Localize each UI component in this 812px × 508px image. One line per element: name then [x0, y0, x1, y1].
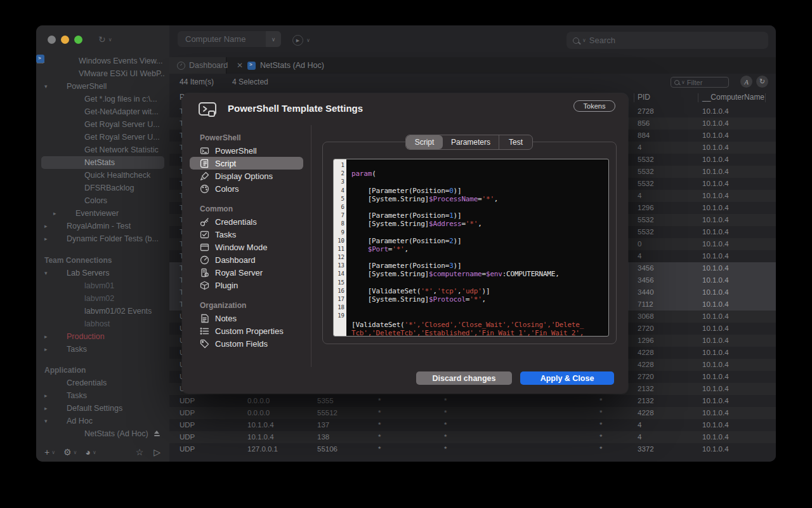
- nav-item-label: Custom Properties: [215, 326, 284, 336]
- tree-item-icon: [71, 429, 80, 438]
- tab-dashboard[interactable]: Dashboard: [169, 57, 226, 74]
- nav-item-notes[interactable]: Notes: [190, 312, 303, 324]
- column-divider: [634, 93, 634, 102]
- tab-parameters[interactable]: Parameters: [443, 135, 499, 149]
- cell-computername: 10.1.0.4: [702, 144, 729, 151]
- tree-item[interactable]: Credentials: [41, 377, 164, 389]
- nav-item-dashboard[interactable]: Dashboard: [190, 253, 303, 266]
- play-circle-icon[interactable]: ▶: [292, 35, 303, 46]
- tree-item[interactable]: Ad Hoc: [41, 415, 164, 427]
- server-icon: [200, 268, 209, 277]
- add-button[interactable]: +∨: [44, 447, 55, 457]
- column-header-pid[interactable]: PID: [638, 93, 650, 102]
- discard-changes-button[interactable]: Discard changes: [416, 371, 512, 385]
- tree-item[interactable]: Quick Healthcheck: [41, 169, 164, 182]
- tab-script[interactable]: Script: [406, 135, 443, 149]
- favorites-star-icon[interactable]: ☆: [136, 447, 144, 457]
- connect-play-icon[interactable]: ▷: [154, 447, 160, 457]
- expand-chevron-icon[interactable]: [44, 236, 53, 242]
- tree-item[interactable]: Get Royal Server U...: [41, 131, 164, 144]
- table-row[interactable]: UDP 10.1.0.4 137 * * * 4 10.1.0.4: [169, 419, 776, 431]
- apply-close-button[interactable]: Apply & Close: [520, 371, 614, 385]
- tree-item[interactable]: Get Network Statistic: [41, 144, 164, 156]
- table-row[interactable]: UDP 10.1.0.4 138 * * * 4 10.1.0.4: [169, 431, 776, 443]
- tree-item[interactable]: VMware ESXi UI WebP...: [41, 67, 164, 80]
- expand-chevron-icon[interactable]: [44, 346, 53, 352]
- filter-field[interactable]: ∨ Filter: [671, 77, 729, 88]
- nav-item-credentials[interactable]: Credentials: [190, 215, 303, 228]
- nav-item-window-mode[interactable]: Window Mode: [190, 241, 303, 253]
- minimize-window-button[interactable]: [61, 36, 69, 44]
- nav-item-royal-server[interactable]: Royal Server: [190, 266, 303, 279]
- computer-name-combo[interactable]: Computer Name ∨: [178, 31, 281, 47]
- expand-chevron-icon[interactable]: [44, 223, 53, 229]
- tree-item[interactable]: Get-NetAdapter wit...: [41, 105, 164, 118]
- tree-item[interactable]: Colors: [41, 194, 164, 207]
- tree-item[interactable]: Dynamic Folder Tests (b...: [41, 232, 164, 245]
- tree-item[interactable]: labhost: [41, 318, 164, 330]
- nav-item-tasks[interactable]: Tasks: [190, 228, 303, 241]
- refresh-button[interactable]: ↻: [756, 76, 768, 88]
- eject-icon[interactable]: [154, 431, 160, 437]
- tree-item[interactable]: Tasks: [41, 343, 164, 356]
- tree-item[interactable]: labvm01: [41, 279, 164, 292]
- table-row[interactable]: UDP 127.0.0.1 55106 * * * 3372 10.1.0.4: [169, 443, 776, 455]
- code-area[interactable]: param( [Parameter(Position=0)] [System.S…: [346, 159, 608, 336]
- tree-item[interactable]: NetStats (Ad Hoc): [41, 427, 164, 440]
- auto-size-columns-button[interactable]: A: [740, 76, 752, 88]
- tree-item[interactable]: Default Settings: [41, 402, 164, 415]
- tree-item[interactable]: Windows Events View...: [41, 55, 164, 67]
- cell-remote-address: *: [378, 433, 381, 441]
- tree-item[interactable]: labvm02: [41, 292, 164, 305]
- nav-item-powershell[interactable]: PowerShell: [190, 144, 303, 157]
- tab-test[interactable]: Test: [499, 135, 532, 149]
- cell-remote-address: *: [378, 445, 381, 453]
- tokens-button[interactable]: Tokens: [573, 100, 615, 112]
- expand-chevron-icon[interactable]: [53, 210, 62, 217]
- brush-icon: [200, 171, 209, 181]
- expand-chevron-icon[interactable]: [44, 392, 53, 399]
- tree-item[interactable]: RoyalAdmin - Test: [41, 220, 164, 232]
- tree-item-label: Windows Events View...: [79, 57, 162, 65]
- settings-button[interactable]: ⚙∨: [63, 447, 77, 457]
- nav-item-script[interactable]: Script: [190, 157, 303, 170]
- tree-item[interactable]: Production: [41, 330, 164, 343]
- chevron-down-icon: ∨: [306, 37, 310, 43]
- expand-chevron-icon[interactable]: [44, 83, 53, 90]
- nav-item-colors[interactable]: Colors: [190, 182, 303, 195]
- tab-netstats-adhoc[interactable]: ✕ NetStats (Ad Hoc): [226, 61, 324, 70]
- tree-item[interactable]: NetStats: [41, 156, 164, 169]
- close-window-button[interactable]: [48, 36, 56, 44]
- tree-item[interactable]: Lab Servers: [41, 267, 164, 279]
- close-tab-icon[interactable]: ✕: [237, 61, 243, 70]
- sync-control[interactable]: ↻ ∨: [98, 34, 112, 44]
- run-control[interactable]: ▶ ∨: [292, 35, 310, 46]
- combo-dropdown-button[interactable]: ∨: [266, 31, 281, 47]
- cell-protocol: UDP: [180, 409, 195, 417]
- zoom-window-button[interactable]: [74, 36, 82, 44]
- tree-item[interactable]: DFSRBacklog: [41, 182, 164, 194]
- nav-item-custom-properties[interactable]: Custom Properties: [190, 324, 303, 337]
- connections-button[interactable]: ◕∨: [85, 447, 96, 457]
- column-header-computername[interactable]: __ComputerName: [702, 93, 764, 102]
- cell-computername: 10.1.0.4: [702, 361, 729, 368]
- search-field[interactable]: ∨ Search: [566, 32, 768, 49]
- tree-item[interactable]: Eventviewer: [41, 207, 164, 220]
- nav-item-plugin[interactable]: Plugin: [190, 279, 303, 291]
- tree-item-icon: [71, 294, 80, 303]
- tree-item[interactable]: Get *.log files in c:\...: [41, 93, 164, 105]
- script-code-editor[interactable]: 12345678910111213141516171819 param( [Pa…: [333, 159, 609, 337]
- expand-chevron-icon[interactable]: [44, 418, 53, 424]
- table-row[interactable]: UDP 0.0.0.0 55512 * * * 4228 10.1.0.4: [169, 407, 776, 419]
- tree-item[interactable]: Tasks: [41, 389, 164, 402]
- tree-item-icon: [53, 234, 62, 243]
- table-row[interactable]: UDP 0.0.0.0 5355 * * * 2132 10.1.0.4: [169, 395, 776, 407]
- expand-chevron-icon[interactable]: [44, 405, 53, 411]
- tree-item[interactable]: labvm01/02 Events: [41, 305, 164, 318]
- tree-item[interactable]: PowerShell: [41, 80, 164, 93]
- expand-chevron-icon[interactable]: [44, 333, 53, 340]
- nav-item-display-options[interactable]: Display Options: [190, 170, 303, 182]
- tree-item[interactable]: Get Royal Server U...: [41, 118, 164, 131]
- expand-chevron-icon[interactable]: [44, 270, 53, 276]
- nav-item-custom-fields[interactable]: Custom Fields: [190, 337, 303, 350]
